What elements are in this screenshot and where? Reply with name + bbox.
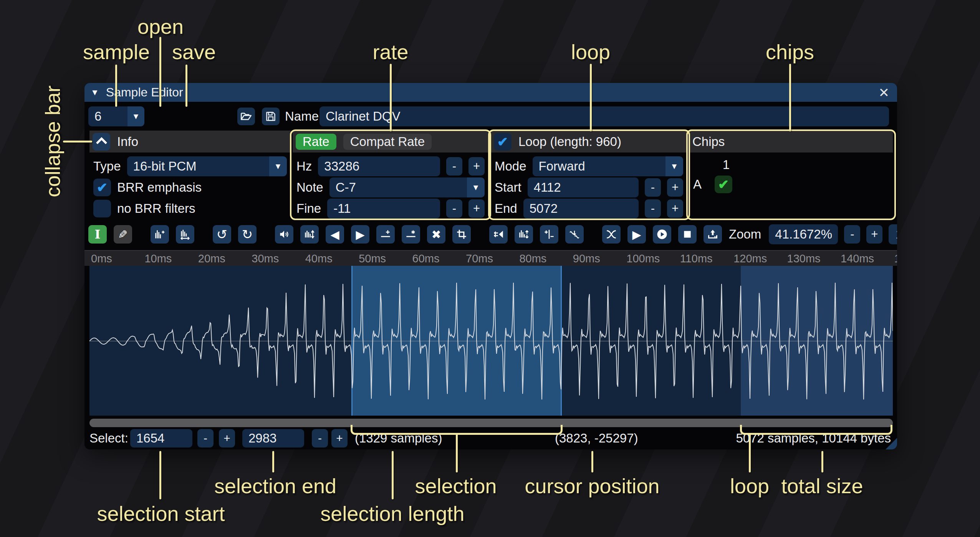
redo-button[interactable]: ↻ — [238, 225, 257, 244]
delete-button[interactable]: ✖ — [427, 225, 445, 244]
resample-button[interactable] — [176, 225, 194, 244]
chip-a1-checkbox[interactable]: ✔ — [715, 176, 732, 193]
preview-button[interactable]: ▶ — [627, 225, 646, 244]
create-wavetable-button[interactable] — [704, 225, 722, 244]
select-label: Select: — [89, 429, 128, 448]
amplify-button[interactable] — [275, 225, 293, 244]
filter-icon — [569, 229, 580, 240]
sample-toolbar: I ✎ ↺ ↻ — [88, 224, 893, 245]
save-sample-button[interactable] — [262, 108, 280, 125]
loop-start-decrement-button[interactable]: - — [645, 178, 661, 197]
selection-end-connector-line — [272, 451, 274, 472]
sample-number-value: 6 — [88, 106, 127, 126]
zoom-input[interactable]: 41.1672% — [769, 224, 838, 244]
hz-increment-button[interactable]: + — [468, 157, 485, 176]
sample-name-input[interactable]: Clarinet DQV — [319, 106, 889, 126]
apply-silence-button[interactable] — [402, 225, 420, 244]
filter-button[interactable] — [565, 225, 584, 244]
zoom-out-button[interactable]: - — [844, 225, 860, 244]
type-label: Type — [93, 159, 121, 174]
sample-number-select[interactable]: 6 ▼ — [88, 106, 144, 126]
selection-end-input[interactable]: 2983 — [242, 429, 304, 448]
open-sample-button[interactable] — [237, 108, 255, 125]
ruler-tick-label: 100ms — [626, 252, 660, 265]
delete-x-icon: ✖ — [431, 228, 441, 241]
time-ruler[interactable]: 0ms10ms20ms30ms40ms50ms60ms70ms80ms90ms1… — [84, 250, 897, 266]
invert-icon — [518, 229, 529, 240]
select-mode-button[interactable]: I — [88, 225, 107, 244]
chevron-down-icon: ▼ — [269, 156, 287, 176]
waveform-display[interactable] — [89, 266, 893, 416]
ruler-tick-label: 30ms — [252, 252, 279, 265]
type-select[interactable]: 16-bit PCM ▼ — [127, 156, 287, 176]
fade-out-button[interactable]: ▶ — [351, 225, 369, 244]
ruler-tick-label: 80ms — [519, 252, 546, 265]
no-brr-filters-checkbox[interactable] — [93, 200, 111, 217]
selection-end-decrement-button[interactable]: - — [312, 429, 328, 448]
ruler-tick-label: 20ms — [198, 252, 225, 265]
note-select[interactable]: C-7 ▼ — [329, 177, 485, 197]
fine-label: Fine — [296, 201, 321, 216]
trim-button[interactable] — [452, 225, 471, 244]
selection-end-increment-button[interactable]: + — [331, 429, 348, 448]
hz-input[interactable]: 33286 — [318, 156, 440, 176]
waveform-trace — [89, 266, 893, 416]
normalize-button[interactable] — [300, 225, 319, 244]
ruler-tick-label: 110ms — [680, 252, 713, 265]
ruler-tick-label: 50ms — [359, 252, 386, 265]
hz-label: Hz — [296, 159, 312, 174]
loop-mode-select[interactable]: Forward ▼ — [533, 156, 683, 176]
tab-rate[interactable]: Rate — [296, 134, 336, 150]
rate-panel: Rate Compat Rate Hz 33286 - + Note C-7 ▼ — [293, 131, 488, 218]
floppy-disk-icon — [265, 111, 276, 122]
loop-enable-checkbox[interactable]: ✔ — [494, 133, 512, 151]
ruler-tick-label: 10ms — [144, 252, 172, 265]
info-panel-header: Info — [117, 134, 138, 149]
invert-button[interactable] — [515, 225, 533, 244]
loop-start-increment-button[interactable]: + — [667, 178, 683, 197]
zoom-reset-button[interactable]: 100% — [889, 224, 897, 244]
resize-button[interactable] — [151, 225, 169, 244]
insert-silence-button[interactable] — [376, 225, 395, 244]
loop-end-increment-button[interactable]: + — [667, 199, 683, 218]
fine-decrement-button[interactable]: - — [446, 199, 462, 218]
collapse-info-button[interactable] — [93, 133, 110, 151]
brr-emphasis-checkbox[interactable]: ✔ — [93, 179, 111, 196]
loop-end-input[interactable]: 5072 — [523, 199, 639, 219]
fine-increment-button[interactable]: + — [468, 199, 485, 218]
selection-start-decrement-button[interactable]: - — [197, 429, 214, 448]
selection-start-increment-button[interactable]: + — [219, 429, 235, 448]
reverse-button[interactable] — [489, 225, 508, 244]
ruler-tick-label: 120ms — [733, 252, 767, 265]
tab-compat-rate[interactable]: Compat Rate — [343, 134, 432, 150]
selection-start-input[interactable]: 1654 — [130, 429, 192, 448]
undo-button[interactable]: ↺ — [213, 225, 231, 244]
open-folder-icon — [240, 111, 252, 121]
ruler-tick-label: 40ms — [305, 252, 333, 265]
waveform-scrollbar[interactable] — [89, 419, 893, 427]
speaker-icon — [279, 229, 290, 240]
undo-icon: ↺ — [217, 227, 228, 242]
loop-start-input[interactable]: 4112 — [528, 177, 639, 197]
stop-button[interactable] — [678, 225, 697, 244]
sign-button[interactable] — [540, 225, 558, 244]
crossfade-button[interactable] — [602, 225, 621, 244]
chips-panel-header: Chips — [692, 134, 725, 149]
close-icon[interactable]: ✕ — [879, 85, 890, 100]
cursor-position-connector-line — [591, 451, 593, 472]
zoom-in-button[interactable]: + — [866, 225, 882, 244]
fade-in-button[interactable]: ◀ — [326, 225, 344, 244]
resize-grip[interactable] — [886, 438, 897, 449]
play-position-button[interactable] — [653, 225, 671, 244]
ruler-tick-label: 0ms — [91, 252, 112, 265]
loop-end-decrement-button[interactable]: - — [645, 199, 661, 218]
check-icon: ✔ — [497, 134, 508, 149]
ruler-tick-label: 150ms — [894, 252, 897, 265]
fine-input[interactable]: -11 — [327, 199, 440, 219]
hz-decrement-button[interactable]: - — [446, 157, 462, 176]
type-value: 16-bit PCM — [127, 156, 269, 176]
collapse-triangle-icon[interactable]: ▼ — [91, 88, 99, 98]
upload-icon — [707, 229, 718, 240]
draw-mode-button[interactable]: ✎ — [114, 225, 132, 244]
scrollbar-thumb[interactable] — [89, 419, 893, 427]
